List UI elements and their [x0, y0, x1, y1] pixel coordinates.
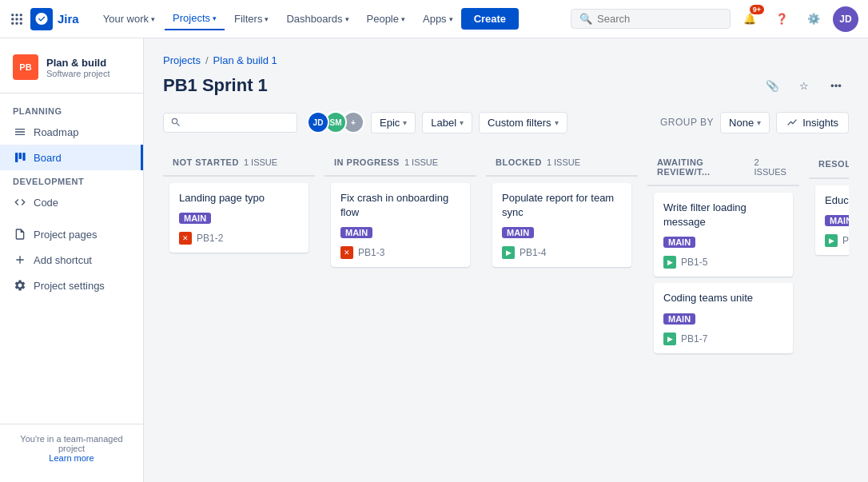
- nav-apps[interactable]: Apps ▾: [415, 8, 461, 30]
- more-button[interactable]: •••: [823, 73, 849, 98]
- card-footer: ▶ PB1-7: [663, 333, 783, 345]
- column-header-blocked: BLOCKED 1 ISSUE: [486, 149, 638, 177]
- card[interactable]: Education summit Q4 MAIN ▶ PB1-6 ✓: [815, 185, 849, 255]
- board-search[interactable]: [163, 113, 297, 133]
- card-footer: ▶ PB1-4: [502, 246, 622, 259]
- card-tag: MAIN: [663, 237, 695, 248]
- issue-id: PB1-5: [681, 257, 707, 268]
- column-count: 1 ISSUE: [547, 157, 580, 167]
- epic-filter[interactable]: Epic ▾: [371, 112, 416, 133]
- star-button[interactable]: ☆: [791, 73, 817, 98]
- issue-id: PB1-3: [358, 247, 384, 258]
- topnav-right: 🔍 🔔 9+ ❓ ⚙️ JD: [571, 6, 858, 32]
- column-title: NOT STARTED: [173, 157, 239, 167]
- board-icon: [13, 150, 27, 165]
- board-search-icon: [170, 117, 181, 128]
- svg-rect-3: [11, 18, 14, 20]
- column-header-not-started: NOT STARTED 1 ISSUE: [163, 149, 315, 177]
- card[interactable]: Coding teams unite MAIN ▶ PB1-7: [654, 283, 793, 353]
- svg-rect-0: [11, 14, 14, 16]
- avatar-filter-1[interactable]: JD: [307, 111, 329, 133]
- card-footer: ▶ PB1-6 ✓: [825, 234, 849, 247]
- top-navigation: Jira Your work ▾ Projects ▾ Filters ▾ Da…: [0, 0, 868, 38]
- jira-logo[interactable]: Jira: [30, 8, 79, 30]
- issue-type-icon: ✕: [340, 246, 353, 259]
- issue-type-icon: ▶: [825, 234, 838, 247]
- card[interactable]: Write filter loading message MAIN ▶ PB1-…: [654, 193, 793, 277]
- card[interactable]: Populate report for team sync MAIN ▶ PB1…: [492, 183, 631, 267]
- pin-button[interactable]: 📎: [759, 73, 785, 98]
- column-body-not-started: Landing page typo MAIN ✕ PB1-2: [163, 177, 315, 360]
- insights-icon: [786, 117, 798, 128]
- card-tag: MAIN: [340, 227, 372, 238]
- column-title: RESOLVED: [818, 159, 849, 169]
- card-footer: ✕ PB1-2: [179, 232, 299, 245]
- sidebar-item-code[interactable]: Code: [0, 189, 143, 215]
- dev-section-label: DEVELOPMENT: [0, 170, 143, 189]
- svg-rect-9: [15, 153, 18, 162]
- sidebar-item-roadmap[interactable]: Roadmap: [0, 119, 143, 145]
- sidebar-item-project-pages[interactable]: Project pages: [0, 221, 143, 247]
- apps-launcher[interactable]: [10, 12, 24, 26]
- nav-dashboards[interactable]: Dashboards ▾: [278, 8, 356, 30]
- breadcrumb: Projects / Plan & build 1: [163, 54, 849, 66]
- notification-badge: 9+: [750, 5, 764, 14]
- sidebar-project-header: PB Plan & build Software project: [0, 48, 143, 94]
- main-content: Projects / Plan & build 1 PB1 Sprint 1 📎…: [144, 38, 868, 482]
- settings-icon: [13, 278, 27, 293]
- card-footer: ✕ PB1-3: [340, 246, 460, 259]
- issue-type-icon: ✕: [179, 232, 192, 245]
- project-name: Plan & build: [46, 57, 109, 69]
- learn-more-link[interactable]: Learn more: [49, 453, 94, 463]
- page-header-actions: 📎 ☆ •••: [759, 73, 849, 98]
- sidebar-item-board[interactable]: Board: [0, 145, 143, 170]
- insights-button[interactable]: Insights: [776, 112, 849, 133]
- label-filter[interactable]: Label ▾: [422, 112, 472, 133]
- sidebar-item-project-settings[interactable]: Project settings: [0, 273, 143, 298]
- pages-icon: [13, 227, 27, 241]
- column-count: 2 ISSUES: [755, 157, 790, 177]
- search-bar[interactable]: 🔍: [571, 9, 731, 29]
- notifications-button[interactable]: 🔔 9+: [737, 6, 762, 32]
- breadcrumb-project[interactable]: Plan & build 1: [213, 54, 277, 66]
- page-title: PB1 Sprint 1: [163, 75, 268, 96]
- card-tag: MAIN: [825, 215, 849, 226]
- column-body-blocked: Populate report for team sync MAIN ▶ PB1…: [486, 177, 638, 360]
- breadcrumb-projects[interactable]: Projects: [163, 54, 201, 66]
- issue-type-icon: ▶: [663, 256, 676, 269]
- group-by-select[interactable]: None ▾: [720, 112, 770, 133]
- nav-people[interactable]: People ▾: [359, 8, 413, 30]
- user-avatar[interactable]: JD: [833, 6, 858, 32]
- card-title: Populate report for team sync: [502, 191, 622, 220]
- column-count: 1 ISSUE: [404, 157, 438, 167]
- card[interactable]: Fix crash in onboarding flow MAIN ✕ PB1-…: [331, 183, 470, 267]
- svg-rect-5: [20, 18, 22, 20]
- settings-button[interactable]: ⚙️: [801, 6, 826, 32]
- column-in-progress: IN PROGRESS 1 ISSUE Fix crash in onboard…: [325, 149, 476, 360]
- sidebar-item-add-shortcut[interactable]: Add shortcut: [0, 247, 143, 273]
- column-body-in-progress: Fix crash in onboarding flow MAIN ✕ PB1-…: [325, 177, 476, 360]
- app-layout: PB Plan & build Software project PLANNIN…: [0, 38, 868, 482]
- column-body-awaiting-review: Write filter loading message MAIN ▶ PB1-…: [647, 186, 799, 360]
- svg-rect-4: [16, 18, 18, 20]
- help-button[interactable]: ❓: [769, 6, 794, 32]
- nav-projects[interactable]: Projects ▾: [165, 7, 225, 30]
- nav-filters[interactable]: Filters ▾: [226, 8, 277, 30]
- board-search-input[interactable]: [186, 117, 290, 129]
- card[interactable]: Landing page typo MAIN ✕ PB1-2: [169, 183, 309, 253]
- nav-your-work[interactable]: Your work ▾: [95, 8, 163, 30]
- svg-rect-2: [20, 14, 22, 16]
- card-title: Write filter loading message: [663, 201, 783, 229]
- issue-type-icon: ▶: [663, 333, 676, 345]
- create-button[interactable]: Create: [461, 8, 519, 30]
- svg-rect-10: [19, 153, 22, 159]
- column-count: 1 ISSUE: [244, 157, 277, 167]
- page-header: PB1 Sprint 1 📎 ☆ •••: [163, 73, 849, 98]
- column-not-started: NOT STARTED 1 ISSUE Landing page typo MA…: [163, 149, 315, 360]
- planning-section-label: PLANNING: [0, 100, 143, 119]
- issue-id: PB1-6: [842, 235, 849, 246]
- svg-rect-7: [16, 22, 18, 24]
- group-by-area: GROUP BY None ▾ Insights: [660, 112, 849, 133]
- search-input[interactable]: [597, 13, 709, 25]
- custom-filters[interactable]: Custom filters ▾: [479, 112, 567, 133]
